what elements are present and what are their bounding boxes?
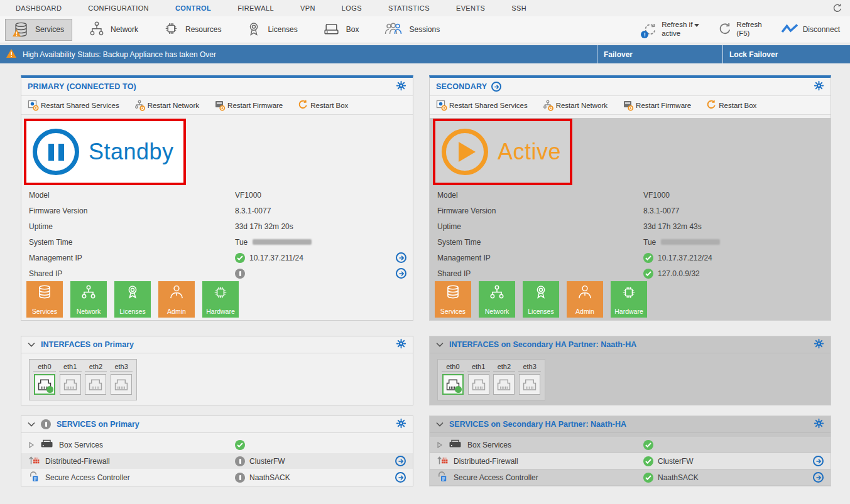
expander-icon[interactable] (437, 442, 444, 448)
rj45-icon (34, 374, 55, 395)
port-eth3[interactable]: eth3 (110, 362, 133, 398)
service-row-box-services[interactable]: Box Services (430, 437, 831, 453)
goto-arrow-icon[interactable] (396, 268, 406, 279)
tile-services-label: Services (435, 308, 471, 315)
restart-box-button[interactable]: Restart Box (706, 99, 756, 111)
info-row-firmware: Firmware Version 8.3.1-0077 (430, 203, 831, 218)
server-icon (323, 21, 340, 38)
resources-button[interactable]: Resources (155, 19, 229, 41)
interfaces-secondary-header[interactable]: INTERFACES on Secondary HA Partner: Naat… (430, 336, 831, 353)
restart-shared-services-button[interactable]: Restart Shared Services (28, 100, 119, 111)
tile-licenses-label: Licenses (114, 308, 151, 315)
tab-statistics[interactable]: STATISTICS (375, 4, 443, 12)
port-eth1-label: eth1 (59, 362, 82, 372)
tile-admin[interactable]: Admin (158, 281, 195, 318)
port-eth0[interactable]: eth0 (442, 362, 464, 398)
services-button[interactable]: Services (5, 19, 72, 41)
caret-down-icon (694, 24, 699, 27)
restart-network-button[interactable]: Restart Network (543, 100, 608, 111)
interfaces-primary-section: INTERFACES on Primary eth0 eth1 eth2 eth (21, 336, 413, 405)
failover-button[interactable]: Failover (597, 45, 722, 63)
disconnect-button[interactable]: Disconnect (781, 23, 840, 36)
system-time-label: System Time (29, 238, 235, 247)
tab-ssh[interactable]: SSH (498, 4, 540, 12)
tile-network[interactable]: Network (70, 281, 107, 318)
services-secondary-header[interactable]: SERVICES on Secondary HA Partner: Naath-… (430, 416, 831, 433)
port-eth1[interactable]: eth1 (467, 362, 490, 398)
chevron-down-icon[interactable] (436, 420, 444, 429)
services-primary-rows: Box Services Distributed-Firewall Cluste… (21, 437, 413, 486)
tile-admin[interactable]: Admin (567, 281, 603, 318)
port-eth3[interactable]: eth3 (518, 362, 541, 398)
gear-icon[interactable] (814, 418, 824, 431)
tile-hardware[interactable]: Hardware (202, 281, 239, 318)
port-eth3-label: eth3 (518, 362, 541, 372)
refresh-icon[interactable] (832, 3, 842, 15)
service-row-secure-access-controller[interactable]: Secure Access Controller NaathSACK (21, 469, 413, 485)
service-row-distributed-firewall[interactable]: Distributed-Firewall ClusterFW (430, 453, 831, 469)
secure-access-icon (29, 471, 40, 484)
refresh-if-active-button[interactable]: ! Refresh if active (643, 21, 699, 38)
chevron-down-icon[interactable] (28, 420, 35, 429)
services-primary-header[interactable]: SERVICES on Primary (21, 416, 413, 433)
gear-icon[interactable] (396, 80, 406, 93)
primary-tiles: Services Network Licenses Admin Hardware (26, 281, 239, 318)
tile-hardware-label: Hardware (611, 308, 647, 315)
service-row-secure-access-controller[interactable]: Secure Access Controller NaathSACK (430, 469, 831, 485)
standby-status-icon (235, 269, 245, 279)
gear-icon[interactable] (814, 80, 824, 93)
lock-failover-button[interactable]: Lock Failover (722, 45, 850, 63)
restart-box-button[interactable]: Restart Box (298, 99, 348, 111)
port-eth2[interactable]: eth2 (493, 362, 516, 398)
network-button[interactable]: Network (81, 19, 146, 41)
tile-licenses[interactable]: Licenses (114, 281, 151, 318)
service-row-distributed-firewall[interactable]: Distributed-Firewall ClusterFW (21, 453, 413, 469)
gear-icon[interactable] (396, 418, 406, 431)
tab-firewall[interactable]: FIREWALL (224, 4, 287, 12)
tab-events[interactable]: EVENTS (443, 4, 498, 12)
primary-panel-header: PRIMARY (CONNECTED TO) (21, 78, 413, 96)
tab-control[interactable]: CONTROL (162, 4, 224, 12)
goto-arrow-icon[interactable] (813, 472, 824, 483)
restart-shared-services-button[interactable]: Restart Shared Services (436, 100, 528, 111)
ok-status-icon (643, 269, 653, 279)
rj45-icon (111, 374, 132, 395)
gear-icon[interactable] (814, 338, 824, 351)
port-eth0[interactable]: eth0 (33, 362, 56, 398)
refresh-f5-button[interactable]: Refresh (F5) (718, 21, 761, 38)
goto-arrow-icon[interactable] (395, 472, 406, 483)
tile-network[interactable]: Network (479, 281, 515, 318)
goto-secondary-arrow-icon[interactable] (491, 82, 501, 92)
goto-arrow-icon[interactable] (813, 456, 824, 466)
gear-icon[interactable] (396, 338, 406, 351)
shared-ip-value: 127.0.0.9/32 (658, 269, 700, 278)
goto-arrow-icon[interactable] (395, 456, 406, 466)
restart-firmware-button[interactable]: Restart Firmware (623, 100, 691, 111)
uptime-value: 33d 17h 32m 20s (235, 222, 293, 231)
tab-vpn[interactable]: VPN (287, 4, 329, 12)
box-button[interactable]: Box (315, 19, 368, 41)
port-eth1[interactable]: eth1 (59, 362, 82, 398)
interfaces-primary-header[interactable]: INTERFACES on Primary (21, 336, 413, 353)
service-instance-name: NaathSACK (658, 473, 699, 482)
chevron-down-icon[interactable] (436, 340, 444, 349)
sessions-button[interactable]: Sessions (376, 19, 448, 41)
tab-configuration[interactable]: CONFIGURATION (75, 4, 162, 12)
refresh-label-2: (F5) (736, 29, 749, 37)
restart-network-button[interactable]: Restart Network (134, 100, 199, 111)
tile-licenses[interactable]: Licenses (523, 281, 559, 318)
restart-firmware-button[interactable]: Restart Firmware (214, 100, 283, 111)
tile-hardware[interactable]: Hardware (611, 281, 647, 318)
goto-arrow-icon[interactable] (396, 252, 406, 263)
expander-icon[interactable] (29, 442, 35, 448)
licenses-button[interactable]: Licenses (238, 19, 305, 41)
info-row-uptime: Uptime 33d 17h 32m 20s (21, 218, 413, 234)
tab-dashboard[interactable]: DASHBOARD (3, 4, 75, 12)
port-eth2-label: eth2 (493, 362, 516, 372)
tile-services[interactable]: Services (26, 281, 63, 318)
tile-services[interactable]: Services (435, 281, 471, 318)
chevron-down-icon[interactable] (28, 340, 35, 349)
service-row-box-services[interactable]: Box Services (21, 437, 413, 453)
port-eth2[interactable]: eth2 (85, 362, 107, 398)
tab-logs[interactable]: LOGS (329, 4, 375, 12)
